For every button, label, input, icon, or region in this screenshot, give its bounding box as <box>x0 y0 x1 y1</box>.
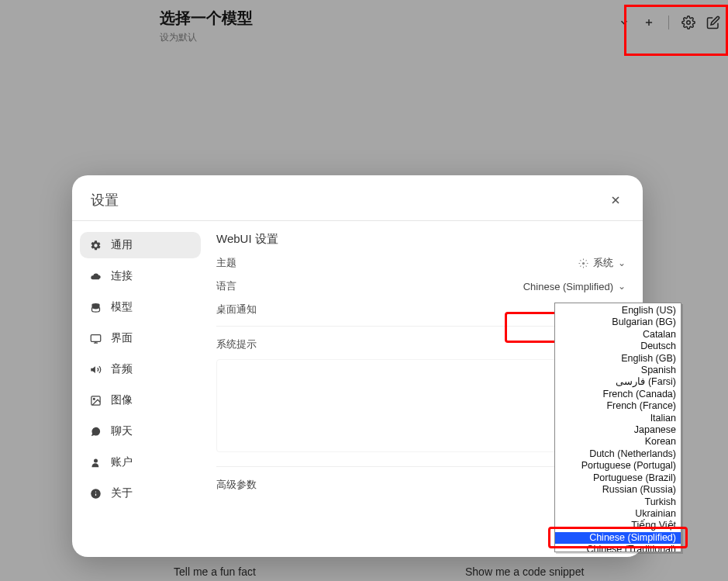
language-option[interactable]: Russian (Russia) <box>555 484 681 496</box>
language-option[interactable]: Italian <box>555 413 681 424</box>
stack-icon <box>89 301 102 313</box>
chat-icon <box>89 425 102 437</box>
language-option[interactable]: Tiếng Việt <box>555 520 681 531</box>
info-icon <box>89 487 102 500</box>
volume-icon <box>89 363 102 375</box>
language-option[interactable]: Deutsch <box>555 341 681 352</box>
language-option[interactable]: Turkish <box>555 496 681 508</box>
sidebar-item-about[interactable]: 关于 <box>80 480 201 507</box>
sidebar-item-label: 关于 <box>111 486 133 500</box>
sidebar-item-label: 通用 <box>111 238 133 252</box>
cloud-icon <box>89 270 102 282</box>
language-option[interactable]: French (Canada) <box>555 389 681 400</box>
language-option[interactable]: English (GB) <box>555 353 681 365</box>
language-option[interactable]: Ukrainian <box>555 508 681 520</box>
display-icon <box>89 332 102 344</box>
language-option[interactable]: Portuguese (Portugal) <box>555 460 681 472</box>
language-option[interactable]: French (France) <box>555 400 681 412</box>
language-option[interactable]: Portuguese (Brazil) <box>555 472 681 484</box>
chevron-down-icon: ⌄ <box>618 281 626 292</box>
language-option[interactable]: Korean <box>555 436 681 448</box>
sidebar-item-chat[interactable]: 聊天 <box>80 418 201 444</box>
sidebar-item-models[interactable]: 模型 <box>80 294 201 320</box>
sidebar-item-label: 账户 <box>111 455 133 469</box>
svg-rect-6 <box>91 334 101 341</box>
highlight-header-tools <box>624 5 728 56</box>
language-label: 语言 <box>216 279 236 293</box>
language-option[interactable]: فارسی (Farsi) <box>555 376 681 388</box>
language-value: Chinese (Simplified) <box>523 281 613 292</box>
close-button[interactable] <box>607 192 624 209</box>
image-icon <box>89 394 102 406</box>
svg-point-16 <box>582 261 585 264</box>
person-icon <box>89 456 102 469</box>
language-dropdown[interactable]: English (US)Bulgarian (BG)CatalanDeutsch… <box>554 303 681 552</box>
language-option[interactable]: Catalan <box>555 329 681 341</box>
sidebar-item-label: 模型 <box>111 300 133 314</box>
sidebar-item-label: 图像 <box>111 393 133 407</box>
sidebar-item-connections[interactable]: 连接 <box>80 263 201 289</box>
sidebar-item-interface[interactable]: 界面 <box>80 325 201 351</box>
gear-icon <box>89 239 102 251</box>
sidebar-item-general[interactable]: 通用 <box>80 232 201 258</box>
language-option[interactable]: English (US) <box>555 305 681 316</box>
sidebar-item-label: 界面 <box>111 331 133 345</box>
theme-label: 主题 <box>216 256 236 270</box>
modal-title: 设置 <box>91 191 119 209</box>
svg-point-12 <box>94 458 98 462</box>
language-option[interactable]: Bulgarian (BG) <box>555 316 681 328</box>
section-title: WebUI 设置 <box>216 232 626 247</box>
gear-icon <box>578 258 588 268</box>
theme-select[interactable]: 系统 ⌄ <box>578 256 626 270</box>
sidebar-item-label: 聊天 <box>111 424 133 438</box>
sidebar-item-label: 连接 <box>111 269 133 283</box>
language-option[interactable]: Chinese (Simplified) <box>555 532 681 544</box>
chevron-down-icon: ⌄ <box>618 258 626 268</box>
language-select[interactable]: Chinese (Simplified) ⌄ <box>523 281 626 292</box>
language-option[interactable]: Dutch (Netherlands) <box>555 448 681 460</box>
sidebar-item-images[interactable]: 图像 <box>80 387 201 413</box>
svg-point-11 <box>93 398 95 399</box>
advanced-label: 高级参数 <box>216 478 257 492</box>
theme-value: 系统 <box>593 256 613 270</box>
svg-marker-9 <box>91 366 95 373</box>
sidebar-item-account[interactable]: 账户 <box>80 449 201 476</box>
sidebar-item-audio[interactable]: 音频 <box>80 356 201 382</box>
sidebar-item-label: 音频 <box>111 362 133 376</box>
svg-point-15 <box>95 491 95 492</box>
language-option[interactable]: Chinese (Traditional) <box>555 544 681 552</box>
settings-sidebar: 通用 连接 模型 界面 音频 <box>72 221 209 557</box>
language-option[interactable]: Spanish <box>555 365 681 376</box>
notify-label: 桌面通知 <box>216 303 257 316</box>
language-option[interactable]: Japanese <box>555 424 681 436</box>
